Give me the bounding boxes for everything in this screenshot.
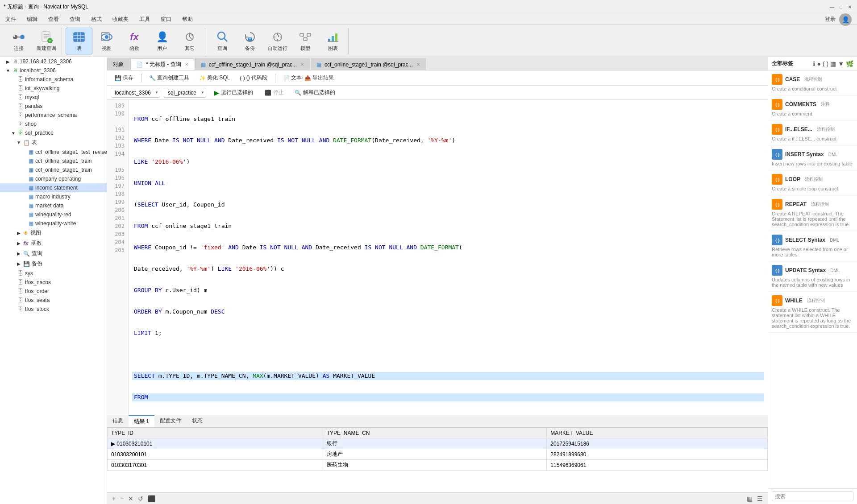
tab-ccf-online[interactable]: ▦ ccf_online_stage1_train @sql_prac... ✕ xyxy=(311,58,426,70)
sidebar-db-tfos-stock[interactable]: ▶ 🗄 tfos_stock xyxy=(0,305,107,314)
snippet-update[interactable]: { } UPDATE Syntax DML Updates columns of… xyxy=(768,261,857,292)
maximize-button[interactable]: □ xyxy=(837,4,845,11)
tab-objects[interactable]: 对象 xyxy=(107,58,129,70)
duplicate-row-button[interactable]: ✕ xyxy=(127,495,135,502)
record-icon[interactable]: ● xyxy=(817,60,820,67)
tab-query[interactable]: 📄 * 无标题 - 查询 ✕ xyxy=(130,58,194,70)
menu-query[interactable]: 查询 xyxy=(66,15,84,24)
info-icon[interactable]: ℹ xyxy=(813,60,815,67)
toolbar-chart-button[interactable]: 图表 xyxy=(320,28,346,54)
sidebar-db-tfos-seata[interactable]: ▶ 🗄 tfos_seata xyxy=(0,296,107,305)
table-row[interactable]: ▶ 010303210101 银行 2017259415186 xyxy=(108,438,768,449)
sidebar-server1[interactable]: ▶ 🖥 192.168.42.128_3306 xyxy=(0,57,107,66)
minimize-button[interactable]: — xyxy=(828,4,836,11)
sidebar-db-tfos-nacos[interactable]: ▶ 🗄 tfos_nacos xyxy=(0,278,107,287)
export-button[interactable]: 📄 文本· 📤 导出结果 xyxy=(279,72,338,83)
snippet-ifelse[interactable]: { } IF...ELSE... 流程控制 Create a if...ELSE… xyxy=(768,120,857,145)
toggle-server1[interactable]: ▶ xyxy=(5,59,11,64)
toolbar-view-button[interactable]: 视图 xyxy=(93,28,120,54)
run-button[interactable]: ▶ 运行已选择的 xyxy=(210,87,258,98)
toolbar-newquery-button[interactable]: + 新建查询 xyxy=(33,28,60,54)
sidebar-table-ccf-offline-test[interactable]: ▶ ▦ ccf_offline_stage1_test_revised xyxy=(0,148,107,157)
snippet-while[interactable]: { } WHILE 流程控制 Create a WHILE construct.… xyxy=(768,292,857,333)
sidebar-db-shop[interactable]: ▶ 🗄 shop xyxy=(0,120,107,128)
menu-file[interactable]: 文件 xyxy=(2,15,20,24)
toggle-server2[interactable]: ▼ xyxy=(5,68,11,73)
toolbar-function-button[interactable]: fx 函数 xyxy=(121,28,148,54)
toggle-queries[interactable]: ▶ xyxy=(16,251,21,256)
sidebar-db-perf[interactable]: ▶ 🗄 performance_schema xyxy=(0,111,107,120)
right-search-input[interactable] xyxy=(772,492,853,501)
sidebar-folder-queries[interactable]: ▶ 🔍 查询 xyxy=(0,248,107,259)
tab-ccf-online-close[interactable]: ✕ xyxy=(416,62,420,67)
sidebar-db-tfos-order[interactable]: ▶ 🗄 tfos_order xyxy=(0,287,107,296)
sidebar-table-income[interactable]: ▶ ▦ income statement xyxy=(0,183,107,192)
menu-favorites[interactable]: 收藏夹 xyxy=(109,15,132,24)
snippet-loop[interactable]: { } LOOP 流程控制 Create a simple loop const… xyxy=(768,170,857,195)
tab-status[interactable]: 状态 xyxy=(187,415,208,427)
toolbar-connect-button[interactable]: 连接 xyxy=(5,28,32,54)
sidebar-folder-backup[interactable]: ▶ 💾 备份 xyxy=(0,259,107,269)
toolbar-backup-button[interactable]: 备份 xyxy=(237,28,263,54)
snippet-select[interactable]: { } SELECT Syntax DML Retrieve rows sele… xyxy=(768,231,857,261)
login-button[interactable]: 登录 xyxy=(825,16,836,23)
toolbar-table-button[interactable]: 表 xyxy=(66,28,92,54)
remove-row-button[interactable]: − xyxy=(119,495,125,502)
sidebar-server2[interactable]: ▼ 🖥 localhost_3306 xyxy=(0,66,107,75)
tab-info[interactable]: 信息 xyxy=(107,415,129,427)
toolbar-user-button[interactable]: 👤 用户 xyxy=(149,28,175,54)
sidebar-folder-functions[interactable]: ▶ fx 函数 xyxy=(0,238,107,248)
snippet-case[interactable]: { } CASE 流程控制 Create a conditional const… xyxy=(768,70,857,95)
tab-ccf-offline[interactable]: ▦ ccf_offline_stage1_train @sql_prac... … xyxy=(195,58,310,70)
toggle-backup[interactable]: ▶ xyxy=(16,261,21,266)
snippet-comments[interactable]: { } COMMENTS 注释 Create a comment xyxy=(768,95,857,120)
menu-help[interactable]: 帮助 xyxy=(179,15,196,24)
grid-view-button[interactable]: ▦ xyxy=(745,495,754,502)
table-row[interactable]: 010303200101 房地产 282491899680 xyxy=(108,449,768,460)
toggle-views[interactable]: ▶ xyxy=(16,231,21,235)
avatar[interactable]: 👤 xyxy=(839,13,852,26)
sql-code[interactable]: FROM ccf_offline_stage1_train WHERE Date… xyxy=(129,100,768,415)
expand-icon[interactable]: ▼ xyxy=(838,60,844,67)
toggle-sqlpractice[interactable]: ▼ xyxy=(11,131,16,136)
explain-button[interactable]: 🔍 解释已选择的 xyxy=(291,87,339,98)
sidebar-folder-tables[interactable]: ▼ 📋 表 xyxy=(0,137,107,148)
snippet-insert[interactable]: { } INSERT Syntax DML Insert new rows in… xyxy=(768,145,857,170)
tab-query-close[interactable]: ✕ xyxy=(185,62,188,67)
menu-edit[interactable]: 编辑 xyxy=(23,15,41,24)
tab-ccf-offline-close[interactable]: ✕ xyxy=(300,62,304,67)
beautify-button[interactable]: ✨ 美化 SQL xyxy=(195,72,234,83)
sidebar-table-market[interactable]: ▶ ▦ market data xyxy=(0,201,107,210)
sidebar-db-mysql[interactable]: ▶ 🗄 mysql xyxy=(0,93,107,102)
grid-icon[interactable]: ▦ xyxy=(830,60,836,67)
menu-format[interactable]: 格式 xyxy=(87,15,105,24)
snippet-repeat[interactable]: { } REPEAT 流程控制 Create A REPEAT construc… xyxy=(768,195,857,231)
save-button[interactable]: 💾 保存 xyxy=(111,72,137,83)
refresh-button[interactable]: ↺ xyxy=(137,495,145,502)
sidebar-table-ccf-online[interactable]: ▶ ▦ ccf_online_stage1_train xyxy=(0,165,107,174)
menu-view[interactable]: 查看 xyxy=(45,15,62,24)
query-builder-button[interactable]: 🔧 查询创建工具 xyxy=(145,72,193,83)
table-row[interactable]: 010303170301 医药生物 115496369061 xyxy=(108,460,768,471)
tab-profile[interactable]: 配置文件 xyxy=(154,415,187,427)
database-select[interactable]: sql_practice xyxy=(164,88,206,98)
connection-select[interactable]: localhost_3306 xyxy=(111,88,160,98)
code-icon[interactable]: ( ) xyxy=(823,60,828,67)
toggle-functions[interactable]: ▶ xyxy=(16,241,21,246)
sidebar-db-sys[interactable]: ▶ 🗄 sys xyxy=(0,269,107,278)
sidebar-db-pandas[interactable]: ▶ 🗄 pandas xyxy=(0,102,107,111)
sidebar-table-wine-red[interactable]: ▶ ▦ winequality-red xyxy=(0,210,107,219)
sidebar-db-sqlpractice[interactable]: ▼ 🗄 sql_practice xyxy=(0,128,107,137)
menu-tools[interactable]: 工具 xyxy=(136,15,154,24)
sidebar-db-iot[interactable]: ▶ 🗄 iot_skywalking xyxy=(0,84,107,93)
toolbar-queryobj-button[interactable]: 查询 xyxy=(209,28,236,54)
sidebar-table-wine-white[interactable]: ▶ ▦ winequality-white xyxy=(0,219,107,228)
stop-button[interactable]: ⬛ 停止 xyxy=(261,87,287,98)
sidebar-table-ccf-offline-train[interactable]: ▶ ▦ ccf_offline_stage1_train xyxy=(0,157,107,165)
results-table[interactable]: TYPE_ID TYPE_NAME_CN MARKET_VALUE ▶ 0103… xyxy=(107,428,768,492)
sidebar-table-macro[interactable]: ▶ ▦ macro industry xyxy=(0,192,107,201)
tab-result1[interactable]: 结果 1 xyxy=(129,415,154,427)
sidebar-db-infschema[interactable]: ▶ 🗄 information_schema xyxy=(0,75,107,84)
stop-result-button[interactable]: ⬛ xyxy=(146,495,157,502)
close-button[interactable]: ✕ xyxy=(846,4,853,11)
